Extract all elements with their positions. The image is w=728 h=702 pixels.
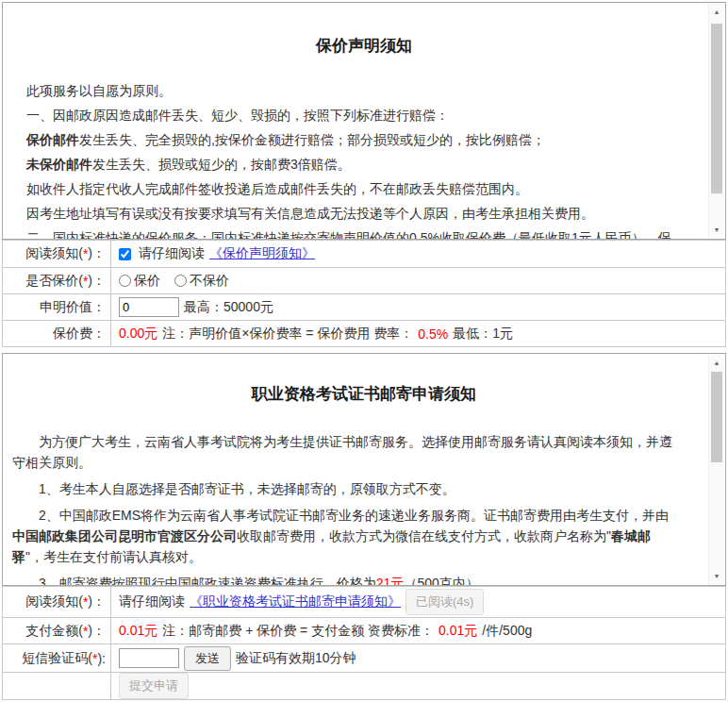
text-segment: )： [88,593,106,610]
payment-amount-note: 0.01元 注：邮寄邮费 + 保价费 = 支付金额 资费标准：0.01元/件/5… [111,618,725,644]
text-segment: /件/500g [482,623,532,640]
field-label [3,673,111,699]
text-segment: 最低：1元 [453,326,513,343]
text-segment: 支付金额( [25,623,83,640]
text-segment: 发生丢失、损毁或短少的，按邮费3倍赔偿。 [92,157,351,172]
text-segment: 0.00元 [119,326,157,343]
field-label: 短信验证码(*): [3,644,111,672]
field-label: 是否保价(*)： [3,268,111,293]
declared-value-input[interactable] [119,297,179,317]
insurance-notice-panel: 保价声明须知 此项服务以自愿为原则。一、因邮政原因造成邮件丢失、短少、毁损的，按… [2,2,726,240]
notice-paragraph: 二、国内标准快递的保价服务：国内标准快递按交寄物声明价值的0.5%收取保价费（最… [26,227,680,240]
mailing-notice-body: 为方便广大考生，云南省人事考试院将为考生提供证书邮寄服务。选择使用邮寄服务请认真… [3,431,725,586]
text-segment: 0.5% [418,326,448,342]
mailing-notice-link[interactable]: 《职业资格考试证书邮寄申请须知》 [190,593,401,610]
field-label: 保价费： [3,321,111,346]
text-segment: 发生丢失、完全损毁的,按保价金额进行赔偿；部分损毁或短少的，按比例赔偿； [79,132,545,147]
declared-value-row: 申明价值： 最高：50000元 [3,293,725,320]
text-segment: 1、考生本人自愿选择是否邮寄证书，未选择邮寄的，原领取方式不变。 [39,481,455,496]
scrollbar-thumb[interactable] [711,24,722,193]
text-segment: )： [88,245,106,262]
field-label: 支付金额(*)： [3,618,111,644]
text-segment: 21元 [376,576,405,586]
text-segment: 保价费： [53,326,106,343]
scrollbar-thumb[interactable] [711,372,722,462]
sms-code-content: 发送 验证码有效期10分钟 [111,644,725,672]
mailing-notice-title: 职业资格考试证书邮寄申请须知 [3,354,725,405]
text-segment: "，考生在支付前请认真核对。 [25,549,202,564]
read-mailing-text: 请仔细阅读 [119,593,185,610]
text-segment: 2、中国邮政EMS将作为云南省人事考试院证书邮寄业务的速递业务服务商。证书邮寄费… [39,508,669,523]
certificate-mailing-page: 保价声明须知 此项服务以自愿为原则。一、因邮政原因造成邮件丢失、短少、毁损的，按… [0,0,728,700]
text-segment: 未保价邮件 [26,157,92,172]
notice-paragraph: 2、中国邮政EMS将作为云南省人事考试院证书邮寄业务的速递业务服务商。证书邮寄费… [12,505,680,567]
insurance-form-table: 阅读须知(*)： 请仔细阅读 《保价声明须知》 是否保价(*)： 保价 不保价 … [2,240,726,347]
text-segment: 中国邮政集团公司昆明市官渡区分公司 [12,528,237,543]
insurance-notice-body: 此项服务以自愿为原则。一、因邮政原因造成邮件丢失、短少、毁损的，按照下列标准进行… [3,80,725,240]
text-segment: 为方便广大考生，云南省人事考试院将为考生提供证书邮寄服务。选择使用邮寄服务请认真… [12,434,672,470]
field-label: 阅读须知(*)： [3,241,111,267]
text-segment: 0.01元 [119,623,157,640]
send-sms-button[interactable]: 发送 [184,646,231,671]
insure-yes-radio[interactable] [119,275,131,287]
declared-value-content: 最高：50000元 [111,294,725,320]
notice-paragraph: 3、邮寄资费按照现行中国邮政速递资费标准执行，价格为21元（500克内）。 [12,573,680,586]
text-segment: 注：声明价值×保价费率 = 保价费用 费率： [162,326,413,343]
scrollbar[interactable]: ▲ ▼ [708,4,724,238]
scrollbar[interactable]: ▲ ▼ [708,355,724,584]
scroll-up-arrow-icon[interactable]: ▲ [709,355,724,371]
scroll-up-arrow-icon[interactable]: ▲ [709,4,724,20]
read-mailing-content: 请仔细阅读 《职业资格考试证书邮寄申请须知》 已阅读(4s) [111,587,725,617]
insure-yes-label: 保价 [134,273,160,290]
text-segment: （500克内）。 [404,576,491,586]
notice-paragraph: 因考生地址填写有误或没有按要求填写有关信息造成无法投递等个人原因，由考生承担相关… [26,203,680,224]
insure-no-label: 不保价 [190,273,229,290]
payment-amount-row: 支付金额(*)： 0.01元 注：邮寄邮费 + 保价费 = 支付金额 资费标准：… [3,617,725,644]
text-segment: 注：邮寄邮费 + 保价费 = 支付金额 资费标准： [162,623,434,640]
text-segment: )： [88,273,106,290]
already-read-button[interactable]: 已阅读(4s) [405,589,484,615]
insurance-fee-note: 0.00元 注：声明价值×保价费率 = 保价费用 费率：0.5% 最低：1元 [111,321,725,346]
notice-paragraph: 保价邮件发生丢失、完全损毁的,按保价金额进行赔偿；部分损毁或短少的，按比例赔偿； [26,129,680,150]
read-notice-content: 请仔细阅读 《保价声明须知》 [111,241,725,267]
submit-application-button[interactable]: 提交申请 [119,673,189,699]
text-segment: 阅读须知( [25,593,83,610]
text-segment: 3、邮寄资费按照现行中国邮政速递资费标准执行，价格为 [39,576,376,586]
notice-paragraph: 如收件人指定代收人完成邮件签收投递后造成邮件丢失的，不在邮政丢失赔偿范围内。 [26,178,680,199]
submit-row: 提交申请 [3,672,725,699]
sms-code-input[interactable] [119,648,179,668]
submit-content: 提交申请 [111,673,725,699]
text-segment: 二、国内标准快递的保价服务：国内标准快递按交寄物声明价值的0.5%收取保价费（最… [26,230,671,240]
notice-paragraph: 1、考生本人自愿选择是否邮寄证书，未选择邮寄的，原领取方式不变。 [12,478,680,499]
read-mailing-notice-row: 阅读须知(*)： 请仔细阅读 《职业资格考试证书邮寄申请须知》 已阅读(4s) [3,587,725,617]
notice-paragraph: 一、因邮政原因造成邮件丢失、短少、毁损的，按照下列标准进行赔偿： [26,105,680,125]
notice-paragraph: 此项服务以自愿为原则。 [26,80,680,101]
text-segment: 申明价值： [40,299,106,316]
text-segment: 一、因邮政原因造成邮件丢失、短少、毁损的，按照下列标准进行赔偿： [26,108,449,123]
text-segment: 短信验证码( [22,650,92,667]
read-notice-text: 请仔细阅读 [139,245,205,262]
declared-value-hint: 最高：50000元 [184,299,273,316]
text-segment: 0.01元 [438,623,477,640]
mailing-notice-panel: 职业资格考试证书邮寄申请须知 为方便广大考生，云南省人事考试院将为考生提供证书邮… [2,353,726,586]
text-segment: 是否保价( [25,273,83,290]
text-segment: 如收件人指定代收人完成邮件签收投递后造成邮件丢失的，不在邮政丢失赔偿范围内。 [26,181,528,196]
insure-choice-row: 是否保价(*)： 保价 不保价 [3,267,725,293]
read-notice-checkbox[interactable] [119,248,131,260]
sms-code-hint: 验证码有效期10分钟 [236,650,356,667]
text-segment: 因考生地址填写有误或没有按要求填写有关信息造成无法投递等个人原因，由考生承担相关… [26,206,594,221]
insurance-notice-title: 保价声明须知 [3,3,725,57]
sms-code-row: 短信验证码(*): 发送 验证码有效期10分钟 [3,644,725,672]
insurance-notice-link[interactable]: 《保价声明须知》 [209,245,315,262]
scroll-down-arrow-icon[interactable]: ▼ [709,222,724,238]
text-segment: 此项服务以自愿为原则。 [26,83,172,98]
insure-choice-content: 保价 不保价 [111,268,725,293]
text-segment: 阅读须知( [25,245,83,262]
scroll-down-arrow-icon[interactable]: ▼ [709,568,724,584]
text-segment: 收取邮寄费用，收款方式为微信在线支付方式，收款商户名称为" [237,528,611,543]
insure-no-radio[interactable] [174,275,187,287]
notice-paragraph: 未保价邮件发生丢失、损毁或短少的，按邮费3倍赔偿。 [26,154,680,175]
field-label: 申明价值： [3,294,111,320]
insurance-fee-row: 保价费： 0.00元 注：声明价值×保价费率 = 保价费用 费率：0.5% 最低… [3,320,725,346]
mailing-form-table: 阅读须知(*)： 请仔细阅读 《职业资格考试证书邮寄申请须知》 已阅读(4s) … [2,586,726,700]
